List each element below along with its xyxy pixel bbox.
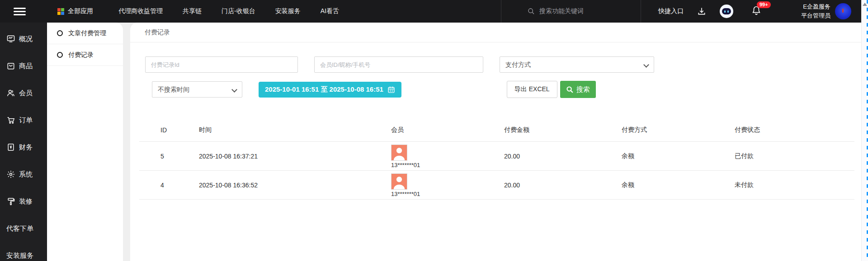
global-search-placeholder: 搜索功能关键词 <box>539 7 584 15</box>
sidebar-label: 财务 <box>19 143 33 152</box>
topnav-item-share-chain[interactable]: 共享链 <box>183 7 202 15</box>
sidebar-item-decorate[interactable]: 装修 <box>0 188 47 215</box>
sidebar-label: 代客下单 <box>6 224 33 233</box>
date-range-button[interactable]: 2025-10-01 16:51 至 2025-10-08 16:51 <box>259 82 401 98</box>
hamburger-menu-icon[interactable] <box>14 6 26 17</box>
topnav-item-install-service[interactable]: 安装服务 <box>275 7 301 15</box>
table-row: 4 2025-10-08 16:36:52 13*******01 20.00 … <box>139 171 854 200</box>
time-mode-select-wrap: 不搜索时间 <box>152 81 242 98</box>
submenu-item-payment-records[interactable]: 付费记录 <box>47 44 123 66</box>
cell-status: 已付款 <box>735 142 854 171</box>
sidebar-item-orders[interactable]: 订单 <box>0 107 47 134</box>
sidebar-item-proxy-order[interactable]: 代客下单 <box>0 215 47 242</box>
sidebar-label: 订单 <box>19 116 33 125</box>
sidebar-item-system[interactable]: 系统 <box>0 161 47 188</box>
time-mode-select[interactable]: 不搜索时间 <box>152 81 242 98</box>
notifications-button[interactable]: 99+ <box>751 5 761 17</box>
user-role: 平台管理员 <box>801 11 830 20</box>
col-header-member: 会员 <box>391 126 504 142</box>
user-name: E企盈服务 <box>801 2 830 11</box>
pay-method-select-wrap: 支付方式 <box>500 56 654 73</box>
cell-time: 2025-10-08 16:37:21 <box>199 142 391 171</box>
cell-method: 余额 <box>622 142 735 171</box>
goods-icon <box>6 61 15 70</box>
sidebar-label: 商品 <box>19 62 33 70</box>
col-header-time: 时间 <box>199 126 391 142</box>
main-content: 付费记录 支付方式 不搜索时间 <box>130 23 861 261</box>
record-id-input[interactable] <box>145 56 298 73</box>
col-header-amount: 付费金额 <box>504 126 622 142</box>
pay-method-select[interactable]: 支付方式 <box>500 56 654 73</box>
col-header-status: 付费状态 <box>735 126 854 142</box>
topnav-item-agent-revenue[interactable]: 代理商收益管理 <box>118 7 163 15</box>
search-icon <box>528 8 535 15</box>
sidebar-label: 装修 <box>19 197 33 206</box>
payment-records-table: ID 时间 会员 付费金额 付费方式 付费状态 5 2025-10-08 16:… <box>139 126 854 200</box>
sidebar-item-overview[interactable]: 概况 <box>0 25 47 52</box>
gear-icon <box>6 170 15 179</box>
quick-entry-link[interactable]: 快捷入口 <box>658 7 684 15</box>
sidebar-item-members[interactable]: 会员 <box>0 79 47 107</box>
notification-count-badge: 99+ <box>757 1 771 8</box>
sidebar-item-install-service[interactable]: 安装服务 <box>0 242 47 261</box>
date-range-text: 2025-10-01 16:51 至 2025-10-08 16:51 <box>265 85 383 94</box>
circle-icon <box>57 30 63 36</box>
dashboard-icon <box>6 34 15 43</box>
submenu-label: 付费记录 <box>68 51 94 59</box>
member-avatar <box>391 173 407 190</box>
cell-member: 13*******01 <box>391 171 504 200</box>
app-window: 全部应用 代理商收益管理 共享链 门店-收银台 安装服务 AI看舌 搜索功能关键… <box>0 0 861 261</box>
topnav-item-store-cashier[interactable]: 门店-收银台 <box>222 7 255 15</box>
table-header-row: ID 时间 会员 付费金额 付费方式 付费状态 <box>139 126 854 142</box>
submenu-label: 文章付费管理 <box>68 29 106 37</box>
topbar: 全部应用 代理商收益管理 共享链 门店-收银台 安装服务 AI看舌 搜索功能关键… <box>0 0 861 23</box>
cell-method: 余额 <box>622 171 735 200</box>
col-header-id: ID <box>139 126 199 142</box>
export-excel-button[interactable]: 导出 EXCEL <box>507 81 557 98</box>
user-info[interactable]: E企盈服务 平台管理员 <box>801 2 830 20</box>
search-icon <box>566 86 574 93</box>
all-apps-button[interactable]: 全部应用 <box>57 7 93 15</box>
global-search-input[interactable]: 搜索功能关键词 <box>501 0 641 23</box>
scrollbar[interactable] <box>861 0 868 261</box>
topnav-item-ai-tongue[interactable]: AI看舌 <box>321 7 339 15</box>
cell-amount: 20.00 <box>504 142 622 171</box>
finance-icon <box>6 143 15 152</box>
all-apps-label: 全部应用 <box>68 7 93 15</box>
sidebar-label: 概况 <box>19 35 33 43</box>
paint-roller-icon <box>6 197 15 206</box>
person-icon <box>392 175 406 189</box>
sidebar-label: 安装服务 <box>6 252 33 260</box>
page-title: 付费记录 <box>145 28 170 37</box>
submenu-panel: 文章付费管理 付费记录 <box>47 23 123 261</box>
col-header-method: 付费方式 <box>622 126 735 142</box>
orders-icon <box>6 116 15 125</box>
breadcrumb: 付费记录 <box>130 23 861 42</box>
sidebar-label: 系统 <box>19 170 33 179</box>
member-phone: 13*******01 <box>391 191 504 197</box>
member-phone: 13*******01 <box>391 162 504 168</box>
ai-assistant-icon[interactable] <box>720 5 733 18</box>
download-icon[interactable] <box>697 7 706 16</box>
submenu-item-article-pay-management[interactable]: 文章付费管理 <box>47 23 123 44</box>
members-icon <box>6 89 15 98</box>
member-search-input[interactable] <box>314 56 483 73</box>
cell-amount: 20.00 <box>504 171 622 200</box>
sidebar-item-finance[interactable]: 财务 <box>0 134 47 161</box>
cell-id: 5 <box>139 142 199 171</box>
search-button[interactable]: 搜索 <box>560 81 596 98</box>
filter-area: 支付方式 不搜索时间 2025-10-01 16:51 至 2025-10-08… <box>130 42 861 98</box>
cell-status: 未付款 <box>735 171 854 200</box>
table-row: 5 2025-10-08 16:37:21 13*******01 20.00 … <box>139 142 854 171</box>
cell-member: 13*******01 <box>391 142 504 171</box>
cell-id: 4 <box>139 171 199 200</box>
sidebar-label: 会员 <box>19 89 33 98</box>
member-avatar <box>391 144 407 161</box>
cell-time: 2025-10-08 16:36:52 <box>199 171 391 200</box>
app-grid-icon <box>57 8 64 15</box>
top-navigation: 代理商收益管理 共享链 门店-收银台 安装服务 AI看舌 <box>118 7 339 15</box>
sidebar: 概况 商品 会员 订单 财务 系统 <box>0 23 47 261</box>
scroll-up-arrow-icon[interactable] <box>863 3 867 6</box>
avatar[interactable] <box>835 3 851 19</box>
sidebar-item-goods[interactable]: 商品 <box>0 52 47 79</box>
